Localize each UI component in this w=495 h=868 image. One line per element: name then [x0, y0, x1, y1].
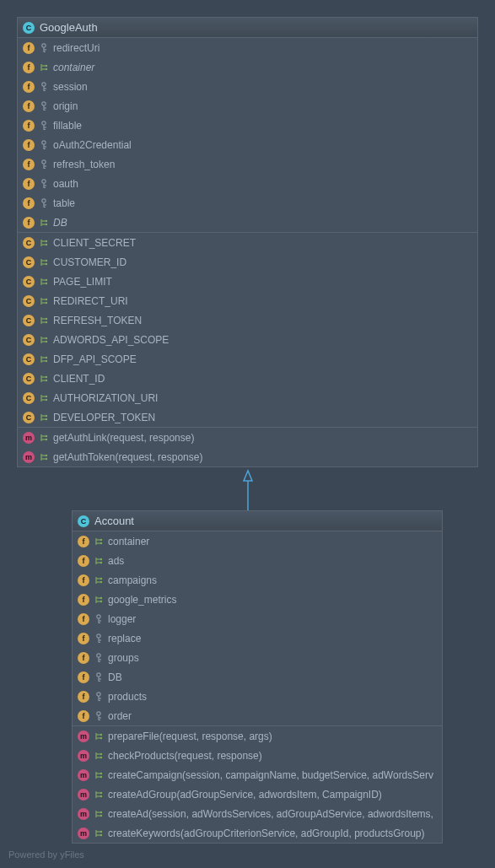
svg-point-81	[46, 379, 47, 380]
member-name: fillable	[53, 120, 82, 132]
tree-icon	[39, 452, 49, 462]
member-row[interactable]: CREDIRECT_URI	[18, 291, 477, 310]
method-icon: m	[23, 432, 35, 444]
svg-point-71	[46, 340, 47, 342]
class-Account[interactable]: CAccountfcontainerfadsfcampaignsfgoogle_…	[72, 510, 443, 844]
member-name: getAuthToken(request, response)	[53, 451, 202, 463]
svg-point-8	[46, 67, 47, 69]
member-row[interactable]: flogger	[73, 609, 442, 628]
svg-point-33	[42, 198, 46, 202]
field-icon: f	[78, 536, 89, 547]
svg-point-46	[46, 243, 47, 245]
class-header[interactable]: CAccount	[73, 511, 442, 531]
member-row[interactable]: forigin	[18, 96, 477, 116]
svg-point-126	[97, 633, 100, 637]
member-row[interactable]: foauth	[18, 174, 477, 193]
member-row[interactable]: foAuth2Credential	[18, 135, 477, 154]
svg-point-55	[46, 278, 47, 280]
key-icon	[39, 43, 49, 53]
tree-icon	[94, 536, 104, 547]
member-name: PAGE_LIMIT	[53, 276, 112, 288]
member-row[interactable]: fredirectUri	[18, 38, 477, 57]
member-row[interactable]: CDFP_API_SCOPE	[18, 349, 477, 369]
svg-point-155	[100, 756, 102, 757]
member-row[interactable]: fproducts	[73, 687, 442, 706]
field-icon: f	[78, 710, 89, 722]
svg-point-96	[46, 438, 47, 439]
member-row[interactable]: ftable	[18, 193, 477, 213]
method-icon: m	[78, 769, 89, 781]
member-row[interactable]: fsession	[18, 77, 477, 96]
member-row[interactable]: mcreateCampaign(session, campaignName, b…	[73, 765, 442, 784]
constant-icon: C	[23, 295, 35, 307]
member-row[interactable]: fcontainer	[18, 57, 477, 77]
constant-icon: C	[23, 353, 35, 365]
member-row[interactable]: fgoogle_metrics	[73, 590, 442, 609]
member-row[interactable]: CADWORDS_API_SCOPE	[18, 330, 477, 349]
svg-point-0	[42, 43, 46, 46]
svg-point-13	[42, 101, 46, 105]
member-row[interactable]: mcreateAdGroup(adGroupService, adwordsIt…	[73, 784, 442, 804]
member-row[interactable]: fcontainer	[73, 531, 442, 551]
member-row[interactable]: fgroups	[73, 648, 442, 667]
member-row[interactable]: CPAGE_LIMIT	[18, 272, 477, 291]
member-row[interactable]: frefresh_token	[18, 154, 477, 174]
member-name: checkProducts(request, response)	[108, 750, 262, 762]
tree-icon	[39, 335, 49, 345]
member-row[interactable]: mprepareFile(request, response, args)	[73, 726, 442, 746]
field-icon: f	[78, 691, 89, 703]
constant-icon: C	[23, 334, 35, 346]
member-row[interactable]: freplace	[73, 628, 442, 648]
field-icon: f	[78, 633, 89, 644]
svg-point-110	[100, 558, 102, 559]
tree-icon	[39, 238, 49, 248]
constant-icon: C	[23, 237, 35, 249]
member-name: oAuth2Credential	[53, 139, 132, 151]
field-icon: f	[23, 81, 35, 93]
svg-point-130	[97, 653, 100, 656]
svg-point-170	[100, 814, 102, 816]
field-icon: f	[78, 671, 89, 683]
member-row[interactable]: mgetAuthLink(request, response)	[18, 428, 477, 447]
member-row[interactable]: CCLIENT_SECRET	[18, 233, 477, 252]
class-icon: C	[23, 22, 35, 34]
member-row[interactable]: mcreateAd(session, adWordsServices, adGr…	[73, 804, 442, 823]
class-GoogleAuth[interactable]: CGoogleAuthfredirectUrifcontainerfsessio…	[17, 17, 478, 467]
member-name: container	[108, 536, 149, 547]
field-icon: f	[78, 555, 89, 567]
member-row[interactable]: mcreateKeywords(adGroupCriterionService,…	[73, 823, 442, 843]
member-name: container	[53, 62, 94, 73]
member-row[interactable]: fads	[73, 551, 442, 570]
member-row[interactable]: CAUTHORIZATION_URI	[18, 388, 477, 407]
class-header[interactable]: CGoogleAuth	[18, 18, 477, 38]
member-name: REDIRECT_URI	[53, 295, 128, 307]
member-row[interactable]: mgetAuthToken(request, response)	[18, 447, 477, 466]
constant-icon: C	[23, 276, 35, 288]
member-row[interactable]: CREFRESH_TOKEN	[18, 310, 477, 330]
member-row[interactable]: fDB	[73, 667, 442, 687]
member-row[interactable]: CDEVELOPER_TOKEN	[18, 407, 477, 427]
member-row[interactable]: fDB	[18, 213, 477, 232]
member-name: DB	[108, 671, 122, 683]
key-icon	[39, 198, 49, 208]
tree-icon	[94, 751, 104, 761]
member-name: CLIENT_SECRET	[53, 237, 136, 249]
svg-point-116	[100, 580, 102, 582]
svg-point-149	[100, 733, 102, 735]
svg-point-80	[46, 375, 47, 377]
member-row[interactable]: mcheckProducts(request, response)	[73, 746, 442, 765]
svg-point-61	[46, 301, 47, 303]
member-row[interactable]: CCUSTOMER_ID	[18, 252, 477, 272]
member-row[interactable]: ffillable	[18, 116, 477, 135]
svg-point-76	[46, 359, 47, 361]
method-icon: m	[78, 789, 89, 801]
member-name: DEVELOPER_TOKEN	[53, 412, 155, 423]
member-row[interactable]: CCLIENT_ID	[18, 369, 477, 388]
member-name: origin	[53, 100, 78, 112]
key-icon	[39, 159, 49, 170]
svg-point-40	[46, 219, 47, 221]
member-row[interactable]: forder	[73, 706, 442, 725]
member-name: DFP_API_SCOPE	[53, 353, 137, 365]
member-row[interactable]: fcampaigns	[73, 570, 442, 590]
member-section: fcontainerfadsfcampaignsfgoogle_metricsf…	[73, 531, 442, 726]
